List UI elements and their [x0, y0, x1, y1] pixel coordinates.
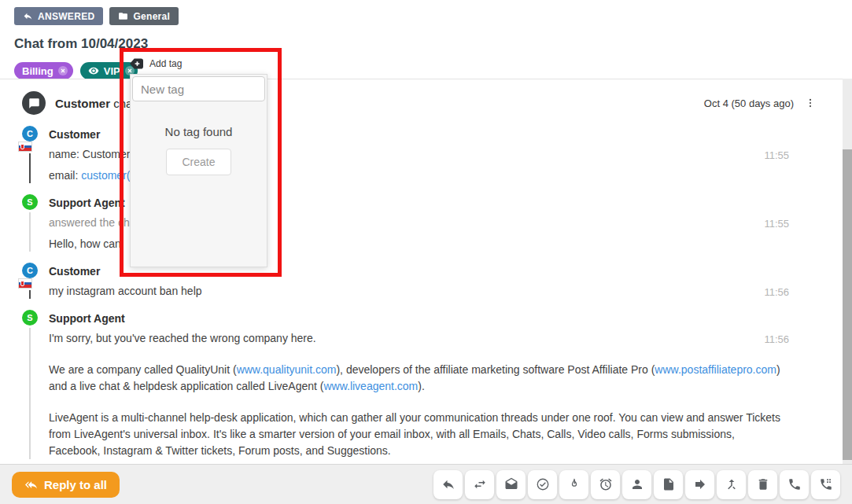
chat-bubble-avatar	[22, 91, 46, 115]
reply-button[interactable]	[433, 470, 463, 499]
qualityunit-link[interactable]: www.qualityunit.com	[237, 363, 337, 376]
snooze-button[interactable]	[591, 470, 620, 499]
liveagent-link[interactable]: www.liveagent.com	[323, 380, 418, 392]
spam-button[interactable]	[559, 470, 588, 499]
status-badge-answered[interactable]: ANSWERED	[14, 7, 103, 25]
message-rail: C	[22, 126, 38, 183]
reply-to-all-button[interactable]: Reply to all	[12, 472, 120, 498]
message-rail: S	[22, 310, 38, 459]
country-flag-icon	[19, 279, 31, 288]
thread-line	[29, 328, 31, 459]
message-timestamp: 11:56	[764, 333, 789, 345]
mail-icon	[504, 477, 518, 491]
postaffiliatepro-link[interactable]: www.postaffiliatepro.com	[655, 363, 776, 376]
thread-line	[29, 153, 31, 183]
transfer-icon	[473, 477, 487, 491]
message-paragraph: LiveAgent is a multi-channel help-desk a…	[49, 410, 784, 459]
reply-icon	[23, 11, 33, 21]
transfer-button[interactable]	[465, 470, 494, 499]
tag-vip[interactable]: VIP	[80, 62, 138, 79]
conversation-date: Oct 4 (50 days ago)	[704, 97, 794, 109]
resolve-button[interactable]	[528, 470, 557, 499]
reply-icon	[441, 477, 456, 491]
merge-button[interactable]	[717, 470, 746, 499]
call-button[interactable]	[780, 470, 809, 499]
tag-plus-icon	[130, 58, 143, 69]
message-timestamp: 11:56	[764, 286, 789, 298]
person-icon	[630, 477, 644, 491]
conversation-title: Customer chat	[55, 97, 136, 110]
file-icon	[662, 477, 676, 491]
message-customer-question: C Customer my instagram account ban help…	[22, 263, 816, 299]
forward-button[interactable]	[685, 470, 714, 499]
scrollbar-track[interactable]	[843, 79, 852, 464]
tag-vip-label: VIP	[104, 65, 120, 77]
action-toolbar: Reply to all	[0, 464, 852, 504]
message-content: Support Agent I'm sorry, but you've reac…	[49, 310, 816, 459]
message-rail: C	[22, 263, 38, 299]
add-tag-popup-group: Add tag No tag found Create	[130, 56, 267, 267]
eye-icon	[88, 65, 99, 76]
mail-button[interactable]	[496, 470, 526, 499]
tag-search-popup: No tag found Create	[130, 74, 267, 267]
merge-icon	[725, 477, 739, 491]
remove-tag-icon[interactable]	[58, 66, 68, 75]
conversation-thread: Customer chat Oct 4 (50 days ago) C Cust…	[0, 79, 852, 464]
message-timestamp: 11:55	[764, 218, 789, 230]
add-tag-label: Add tag	[149, 58, 182, 69]
message-line: my instagram account ban help	[49, 283, 784, 299]
check-circle-icon	[536, 477, 550, 491]
ticket-header: ANSWERED General Chat from 10/04/2023 Bi…	[0, 0, 852, 79]
department-badge-label: General	[133, 11, 170, 22]
message-timestamp: 11:55	[764, 149, 789, 161]
thread-line	[29, 212, 31, 252]
avatar: S	[22, 194, 38, 210]
message-agent-reply: S Support Agent I'm sorry, but you've re…	[22, 310, 816, 459]
avatar: S	[22, 310, 38, 326]
add-tag-button[interactable]: Add tag	[130, 56, 267, 72]
status-badge-label: ANSWERED	[38, 11, 94, 22]
tag-billing-label: Billing	[22, 65, 53, 77]
tag-billing[interactable]: Billing	[14, 62, 73, 79]
reply-all-icon	[24, 479, 38, 491]
email-link[interactable]: customer(	[81, 169, 130, 182]
no-tag-found-text: No tag found	[131, 125, 267, 138]
avatar: C	[22, 126, 38, 142]
message-paragraph: I'm sorry, but you've reached the wrong …	[49, 330, 784, 347]
message-content: Customer my instagram account ban help	[49, 263, 816, 299]
page-title: Chat from 10/04/2023	[14, 36, 852, 52]
trash-icon	[756, 477, 770, 491]
reply-to-all-label: Reply to all	[44, 478, 107, 491]
avatar: C	[22, 263, 38, 278]
message-author: Support Agent	[49, 310, 784, 325]
contact-button[interactable]	[622, 470, 651, 499]
phone-icon	[787, 477, 802, 491]
chat-bubble-icon	[28, 97, 40, 109]
department-badge-general[interactable]: General	[109, 7, 179, 25]
new-tag-input[interactable]	[132, 76, 265, 101]
arrow-right-icon	[693, 477, 707, 491]
more-options-icon[interactable]	[805, 97, 816, 109]
message-rail: S	[22, 194, 38, 252]
alarm-clock-icon	[599, 477, 613, 491]
flame-icon	[567, 477, 581, 491]
call-dialpad-button[interactable]	[811, 470, 840, 499]
phone-dialpad-icon	[819, 477, 833, 491]
country-flag-icon	[19, 142, 31, 151]
folder-icon	[118, 11, 128, 21]
thread-line	[29, 290, 31, 299]
create-tag-button[interactable]: Create	[166, 149, 231, 175]
badge-row: ANSWERED General	[14, 7, 852, 25]
delete-button[interactable]	[748, 470, 777, 499]
note-button[interactable]	[654, 470, 683, 499]
scrollbar-thumb[interactable]	[843, 149, 852, 460]
message-paragraph: We are a company called QualityUnit (www…	[49, 362, 784, 395]
